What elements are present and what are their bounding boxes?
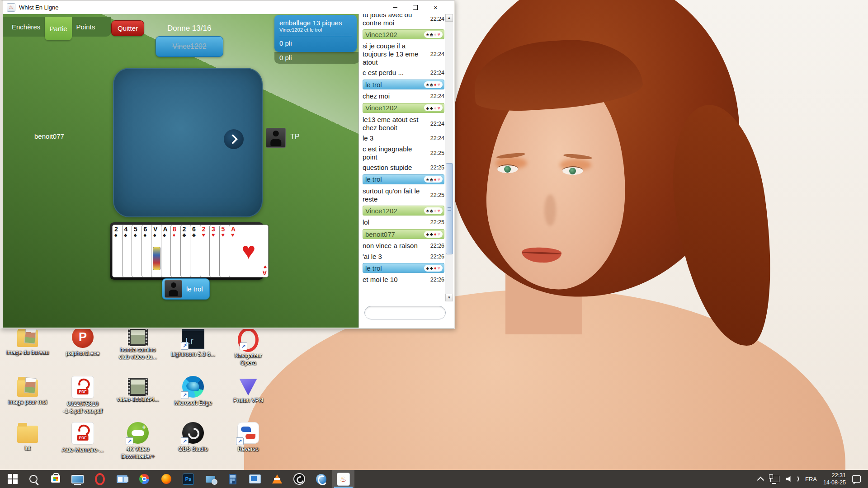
system-tray: FRA 22:31 14-08-25 [759,470,868,488]
taskbar-item-pc[interactable] [66,470,89,488]
clock-time: 22:31 [823,472,846,479]
taskbar-item-opera[interactable] [89,470,111,488]
tab-points[interactable]: Points [72,17,100,37]
tab-encheres[interactable]: Enchères [7,17,45,37]
video-icon [128,328,148,346]
java-icon: ♨ [337,473,350,486]
desktop-icon-psiphon3-exe[interactable]: psiphon3.exe [55,326,110,367]
scrollbar-thumb[interactable] [446,163,453,254]
desktop-icon-proton-vpn[interactable]: ↗Proton VPN [221,376,276,415]
chat-input[interactable] [364,306,446,319]
desktop-icon-image-pour-moi[interactable]: image pour moi [0,376,55,415]
notification-center-icon[interactable] [852,475,861,483]
taskbar-item-photoshop[interactable]: Ps [177,470,199,488]
obs-icon [293,473,305,485]
desktop-icon-label: lut [24,445,30,452]
desktop-icon-video-1551654-[interactable]: video-1551654... [110,376,165,415]
minimize-button[interactable] [385,0,405,14]
chat-scrollbar[interactable]: ▲ ▼ [445,14,453,301]
taskbar-item-calculator[interactable] [222,470,244,488]
top-player-button[interactable]: Vince1202 [156,36,223,57]
desktop-icon-label: Microsoft Edge [174,399,212,407]
suit-icon: ♣ [430,105,433,111]
next-arrow-button[interactable] [224,129,244,149]
language-indicator[interactable]: FRA [805,476,817,483]
suit-icon: ♥ [437,231,440,237]
lightroom-icon: ↗ [182,326,204,349]
shortcut-arrow-icon: ↗ [181,437,189,445]
photoshop-icon: Ps [183,474,194,485]
hand-card-A♥[interactable]: A♥♥A♥ [229,225,269,277]
network-icon[interactable] [770,476,779,482]
taskbar-item-panel[interactable] [111,470,133,488]
desktop-icon-image-du-bureau[interactable]: image du bureau [0,326,55,367]
bid-panel: emballage 13 piques Vince1202 et le trol… [274,15,357,52]
desktop-icon-reverso[interactable]: ↗Reverso [221,422,276,460]
taskbar-item-snip[interactable] [199,470,222,488]
desktop-icon-label: Proton VPN [233,397,263,404]
desktop-icon-navigateur[interactable]: ↗NavigateurOpera [221,326,276,367]
edge-icon: ↗ [182,376,204,398]
desktop-icon-label: Lightroom 5.3 6... [171,351,215,358]
taskbar-item-window[interactable] [244,470,266,488]
suit-icon: ♥ [437,265,440,271]
desktop-icon-honda-camino[interactable]: honda caminoclub video du... [110,326,165,367]
taskbar-item-start[interactable] [0,470,22,488]
chat-message-time: 22:24 [425,16,444,22]
desktop-screen: image du bureaupsiphon3.exehonda caminoc… [0,0,868,488]
suit-icon: ♣ [430,177,433,182]
bottom-player-avatar [165,280,182,298]
chrome-icon [139,474,149,484]
desktop-icon-label: image du bureau [6,349,49,356]
desktop-icon-lut[interactable]: lut [0,422,55,460]
window-icon [249,474,261,483]
taskbar-item-vlc[interactable] [266,470,288,488]
desktop-icon-lightroom-5-3-6-[interactable]: ↗Lightroom 5.3 6... [165,326,221,367]
taskbar-item-search[interactable] [22,470,44,488]
bottom-player-chip[interactable]: le trol [162,278,210,300]
clock[interactable]: 22:31 14-08-25 [823,472,846,487]
chat-sender-header: le trol♠♣♦♥ [363,263,444,273]
shortcut-arrow-icon: ↗ [240,343,247,350]
taskbar-item-java[interactable]: ♨ [332,470,354,488]
chat-message-time: 22:24 [425,135,444,141]
scroll-up-button[interactable]: ▲ [445,14,453,22]
suit-icon: ♥ [437,208,440,213]
desktop-icon-microsoft-edge[interactable]: ↗Microsoft Edge [165,376,221,415]
suit-icon: ♠ [426,177,429,182]
suit-icon: ♠ [426,105,429,111]
desktop-icon-label: video-1551654... [117,396,159,403]
scroll-down-button[interactable]: ▼ [445,294,453,301]
chat-message: question stupide22:25 [363,162,444,173]
tray-expand-icon[interactable] [757,476,764,483]
taskbar-item-chrome[interactable] [133,470,155,488]
taskbar-item-firefox[interactable] [155,470,177,488]
quit-button[interactable]: Quitter [111,20,144,36]
desktop-icon-aide-memoire-[interactable]: Aide-Memoire-... [55,422,110,460]
window-titlebar[interactable]: ♨ Whist En Ligne × [3,0,454,14]
taskbar-item-glary[interactable] [310,470,332,488]
deal-counter: Donne 13/16 [167,24,211,33]
maximize-button[interactable] [405,0,425,14]
chat-message-time: 22:25 [425,192,444,198]
chat-message: tu joues avec ou contre moi22:24 [363,14,444,28]
chat-message-list[interactable]: tu joues avec ou contre moi22:24Vince120… [359,14,445,301]
chat-sender-name: le trol [365,81,382,89]
desktop-icon-4k-video[interactable]: ↗4K VideoDownloader+ [110,422,165,460]
opera-icon: ↗ [238,328,259,352]
desktop-icon-obs-studio[interactable]: ↗OBS Studio [165,422,221,460]
desktop-icon-0022075810[interactable]: 0022075810-1-6.pdf voo.pdf [55,376,110,415]
chat-message-text: lol [363,218,425,226]
taskbar-item-store[interactable] [44,470,66,488]
volume-icon[interactable] [786,475,799,483]
chat-sender-header: benoit077♠♣♦♥ [363,229,444,239]
suit-icon: ♦ [434,32,437,37]
chat-message: 'ai le 322:26 [363,251,444,262]
4k-icon: ↗ [127,422,149,444]
card-center-suit: ♥ [242,237,256,264]
right-player-name: TP [290,133,299,141]
tab-partie[interactable]: Partie [45,17,71,40]
taskbar-item-obs[interactable] [288,470,310,488]
window-title: Whist En Ligne [19,4,58,11]
close-button[interactable]: × [425,0,446,14]
